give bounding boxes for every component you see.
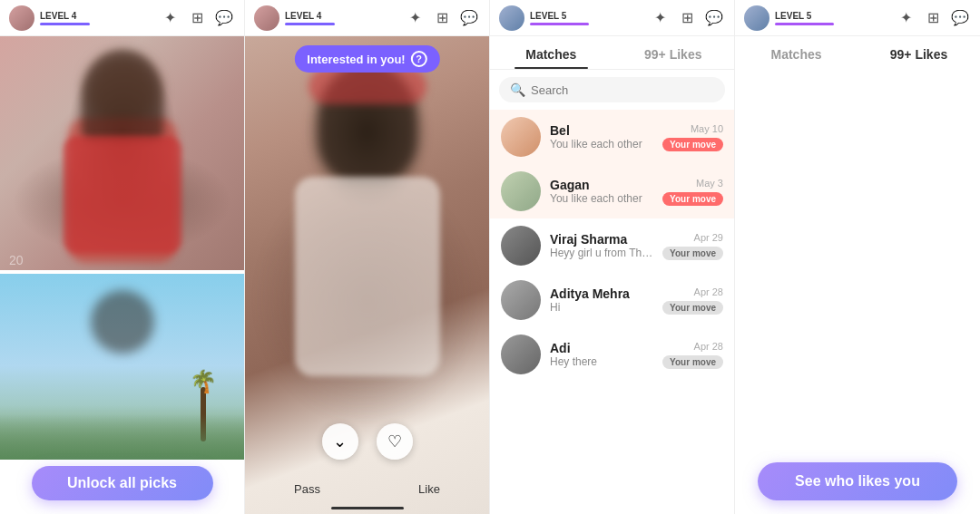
avatar	[499, 5, 524, 31]
cards-icon[interactable]: ⊞	[431, 7, 453, 29]
match-avatar-bel	[501, 117, 541, 157]
level-badge: LEVEL 4	[40, 11, 90, 25]
panel3-topbar: LEVEL 5 ✦ ⊞ 💬	[490, 0, 734, 36]
chevron-down-icon[interactable]: ⌄	[322, 423, 358, 460]
avatar	[9, 5, 34, 31]
match-item-viraj[interactable]: Viraj Sharma Heyy girl u from Thailand? …	[490, 218, 734, 273]
cards-icon[interactable]: ⊞	[676, 7, 698, 29]
panel-swipe-card: LEVEL 4 ✦ ⊞ 💬 Interested in you! ? ⌄ ♡ P…	[245, 0, 490, 514]
panel-matches-list: LEVEL 5 ✦ ⊞ 💬 Matches 99+ Likes 🔍 Bel Yo…	[490, 0, 735, 514]
sparkle-icon[interactable]: ✦	[649, 7, 671, 29]
see-who-likes-button[interactable]: See who likes you	[758, 462, 957, 500]
chat-icon[interactable]: 💬	[458, 7, 480, 29]
tab-matches[interactable]: Matches	[490, 36, 612, 69]
level-progress-bar	[775, 23, 834, 25]
match-item-gagan[interactable]: Gagan You like each other May 3 Your mov…	[490, 164, 734, 218]
home-indicator	[331, 507, 404, 509]
level-progress-bar	[530, 23, 589, 25]
chat-icon[interactable]: 💬	[949, 7, 971, 29]
cards-icon[interactable]: ⊞	[186, 7, 208, 29]
panel2-topbar: LEVEL 4 ✦ ⊞ 💬	[245, 0, 489, 36]
unlock-picks-button[interactable]: Unlock all picks	[32, 466, 213, 500]
match-avatar-gagan	[501, 171, 541, 211]
search-bar[interactable]: 🔍	[499, 77, 725, 102]
chat-icon[interactable]: 💬	[703, 7, 725, 29]
avatar	[744, 5, 769, 31]
level-badge: LEVEL 4	[285, 11, 335, 25]
question-icon: ?	[411, 51, 427, 67]
sparkle-icon[interactable]: ✦	[404, 7, 426, 29]
like-button[interactable]: Like	[418, 482, 440, 496]
level-badge: LEVEL 5	[775, 11, 834, 25]
photo-divider	[0, 270, 244, 274]
match-item-bel[interactable]: Bel You like each other May 10 Your move	[490, 110, 734, 164]
search-input[interactable]	[531, 83, 714, 97]
match-item-adi[interactable]: Adi Hey there Apr 28 Your move	[490, 327, 734, 382]
panel4-topbar: LEVEL 5 ✦ ⊞ 💬	[735, 0, 980, 36]
match-avatar-adi	[501, 335, 541, 374]
card-action-icons: ⌄ ♡	[322, 423, 413, 460]
level-badge: LEVEL 5	[530, 11, 589, 25]
level-progress-bar	[285, 23, 335, 25]
likes-tabs: Matches 99+ Likes	[735, 36, 980, 514]
match-item-aditya[interactable]: Aditya Mehra Hi Apr 28 Your move	[490, 273, 734, 327]
sparkle-icon[interactable]: ✦	[159, 7, 181, 29]
cards-icon[interactable]: ⊞	[922, 7, 944, 29]
sparkle-icon[interactable]: ✦	[895, 7, 916, 29]
tab-matches[interactable]: Matches	[735, 36, 858, 514]
panel-swipe-photos: LEVEL 4 ✦ ⊞ 💬 20 🌴 Unlock all picks	[0, 0, 245, 514]
top-photo: 20	[0, 36, 244, 272]
match-avatar-viraj	[501, 226, 541, 266]
bottom-photo: 🌴	[0, 272, 244, 460]
tab-99plus-likes[interactable]: 99+ Likes	[858, 36, 980, 514]
interested-badge: Interested in you! ?	[294, 45, 439, 73]
match-avatar-aditya	[501, 280, 541, 320]
panel1-topbar: LEVEL 4 ✦ ⊞ 💬	[0, 0, 244, 36]
panel-likes-grid: LEVEL 5 ✦ ⊞ 💬 Matches 99+ Likes People w…	[735, 0, 980, 514]
chat-icon[interactable]: 💬	[213, 7, 235, 29]
tab-99plus-likes[interactable]: 99+ Likes	[612, 36, 735, 69]
heart-icon[interactable]: ♡	[377, 423, 413, 460]
pass-like-bar: Pass Like	[245, 482, 489, 496]
pass-button[interactable]: Pass	[294, 482, 320, 496]
level-progress-bar	[40, 23, 90, 25]
avatar	[254, 5, 279, 31]
matches-tabs: Matches 99+ Likes	[490, 36, 734, 70]
search-icon: 🔍	[510, 82, 525, 97]
